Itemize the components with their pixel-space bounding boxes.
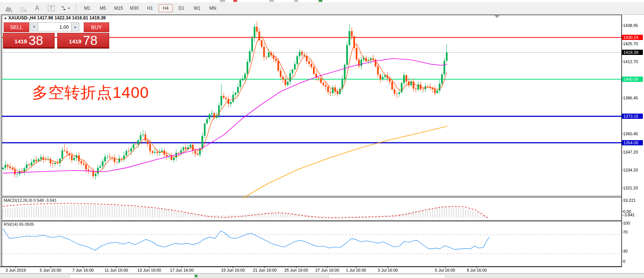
time-tick-label: 7 Jun 16:00 — [72, 268, 94, 272]
low-value: 1416.81 — [72, 15, 88, 21]
rsi-indicator-label: RSI(14) 65.0505 — [4, 222, 34, 226]
window-fragment — [233, 0, 237, 2]
price-tick-label: 1425.70 — [623, 41, 638, 46]
price-tick-label: 1321.20 — [623, 185, 638, 191]
level-price-label: 1354.00 — [622, 140, 643, 145]
price-tick-label: 1412.70 — [623, 59, 638, 64]
close-value: 1419.39 — [89, 15, 105, 21]
text-box-t-icon[interactable]: T — [46, 4, 57, 13]
letter-a-icon[interactable]: A — [31, 4, 43, 13]
window-fragment — [294, 0, 298, 2]
window-fragment — [319, 0, 322, 2]
timeframe-button-h4[interactable]: H4 — [159, 4, 173, 12]
timeframe-button-h1[interactable]: H1 — [143, 4, 157, 12]
high-value: 1422.34 — [55, 15, 71, 21]
icon-sub-label: E — [10, 9, 12, 13]
toolbar: E F A T ▾ M1M5M15M30H1H4D1W1MN — [0, 2, 644, 15]
time-tick-label: 9 Jul 16:00 — [467, 268, 487, 272]
timeframe-button-m1[interactable]: M1 — [80, 4, 94, 12]
bottom-window-strip — [0, 273, 644, 278]
timeframe-button-mn[interactable]: MN — [206, 4, 220, 12]
window-fragment — [328, 274, 445, 278]
price-tick-label: 70 — [623, 229, 628, 235]
time-tick-label: 11 Jun 16:00 — [105, 268, 128, 272]
toolbar-separator — [76, 4, 76, 12]
volume-input[interactable] — [38, 22, 71, 31]
price-tick-label: 19.221 — [623, 198, 636, 203]
time-tick-label: 3 Jul 16:00 — [378, 268, 398, 272]
window-fragment — [195, 275, 197, 277]
buy-price-big: 78 — [83, 34, 98, 47]
window-fragment — [69, 274, 194, 278]
grid-f-icon[interactable]: F — [17, 4, 28, 13]
arrows-icon[interactable]: ▾ — [60, 4, 71, 13]
window-fragment — [220, 0, 225, 2]
window-fragment — [269, 0, 274, 2]
time-tick-label: 27 Jun 16:00 — [315, 268, 339, 272]
price-tick-label: 1347.20 — [623, 149, 638, 155]
icon-sub-label: F — [25, 9, 27, 13]
time-tick-label: 21 Jun 16:00 — [253, 268, 277, 272]
time-tick-label: 19 Jun 16:00 — [221, 268, 245, 272]
timeframe-buttons: M1M5M15M30H1H4D1W1MN — [79, 4, 221, 12]
price-tick-label: 1386.45 — [623, 95, 638, 101]
volume-stepper: ▼ ▲ — [30, 22, 79, 31]
sell-button[interactable]: SELL — [4, 22, 29, 32]
chart-annotation-text: 多空转折点1400 — [32, 82, 149, 103]
sell-price-box[interactable]: 1419 38 — [3, 33, 55, 49]
level-price-label: 1373.15 — [622, 114, 643, 119]
volume-decrease-button[interactable]: ▼ — [30, 22, 38, 31]
time-tick-label: 3 Jun 2019 — [6, 268, 26, 272]
one-click-trading-widget: SELL ▼ ▲ BUY 1419 38 1419 78 — [3, 22, 109, 49]
time-tick-label: 25 Jun 16:00 — [284, 268, 308, 272]
price-tick-label: 0 — [623, 259, 625, 264]
price-tick-label: 1360.45 — [623, 131, 638, 136]
timeframe-button-m5[interactable]: M5 — [96, 4, 110, 12]
sell-price-small: 1419 — [15, 36, 27, 47]
symbol-period-label: XAUUSD-,H4 — [8, 15, 36, 21]
price-tick-label: 30 — [623, 248, 628, 254]
price-tick-label: 1438.95 — [623, 23, 638, 28]
hatch-e-icon[interactable]: E — [3, 4, 14, 13]
sell-price-big: 38 — [28, 34, 43, 47]
buy-price-box[interactable]: 1419 78 — [57, 33, 109, 49]
timeframe-button-w1[interactable]: W1 — [190, 4, 204, 12]
time-tick-label: 13 Jun 16:00 — [137, 268, 161, 272]
level-price-label: 1400.00 — [622, 77, 643, 82]
timeframe-button-m15[interactable]: M15 — [111, 4, 126, 12]
time-tick-label: 5 Jul 16:00 — [435, 268, 455, 272]
ohlc-info-line: ▲ XAUUSD-,H4 1417.96 1422.34 1416.81 141… — [4, 15, 106, 21]
dropdown-caret-icon: ▾ — [68, 6, 70, 10]
time-tick-label: 1 Jul 16:00 — [346, 268, 366, 272]
timeframe-button-d1[interactable]: D1 — [174, 4, 188, 12]
current-price-label: 1419.39 — [622, 50, 643, 55]
price-tick-label: -3.841 — [623, 212, 635, 217]
macd-indicator-label: MACD(12,26,9) 0.548 -3.041 — [4, 198, 56, 203]
text-box-t-glyph: T — [48, 5, 54, 11]
timeframe-button-m30[interactable]: M30 — [127, 4, 141, 12]
time-tick-label: 5 Jun 16:00 — [40, 268, 61, 272]
price-tick-label: 1334.20 — [623, 167, 638, 173]
time-tick-label: 17 Jun 16:00 — [170, 268, 194, 272]
level-price-label: 1430.24 — [622, 35, 643, 40]
volume-increase-button[interactable]: ▲ — [71, 22, 79, 31]
buy-button[interactable]: BUY — [84, 22, 109, 32]
open-value: 1417.96 — [37, 15, 53, 21]
buy-price-small: 1419 — [69, 36, 81, 47]
collapse-triangle-icon[interactable]: ▲ — [4, 16, 7, 20]
price-tick-label: 100 — [623, 220, 630, 226]
